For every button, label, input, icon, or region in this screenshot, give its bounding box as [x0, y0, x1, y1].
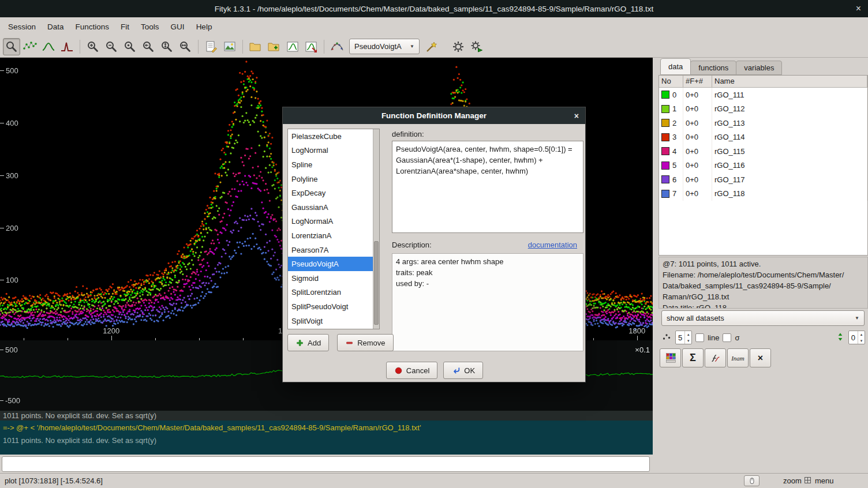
- function-list-item[interactable]: LogNormalA: [288, 215, 373, 229]
- function-list-item[interactable]: PielaszekCube: [288, 129, 373, 144]
- zoom-mode-button[interactable]: [3, 38, 20, 55]
- spinner-arrows[interactable]: ▴▾: [858, 331, 865, 344]
- scrollbar-thumb[interactable]: [374, 241, 379, 325]
- definition-textarea[interactable]: PseudoVoigtA(area, center, hwhm, shape=0…: [392, 141, 583, 233]
- delete-dataset-button[interactable]: ×: [750, 348, 771, 367]
- auto-add-button[interactable]: [423, 38, 440, 55]
- edit-data-button[interactable]: [328, 38, 346, 55]
- mag-plus-icon: [86, 40, 100, 54]
- cancel-button[interactable]: Cancel: [386, 362, 437, 379]
- remove-button-label: Remove: [357, 339, 385, 347]
- dataset-row[interactable]: 70+0rGO_118: [659, 187, 867, 201]
- function-list-item[interactable]: PseudoVoigtA: [288, 257, 373, 271]
- menu-data[interactable]: Data: [42, 17, 70, 36]
- tab-variables[interactable]: variables: [736, 61, 782, 75]
- tab-data[interactable]: data: [660, 58, 691, 75]
- function-type-dropdown[interactable]: PseudoVoigtA▼: [349, 39, 420, 54]
- dataset-color-swatch[interactable]: [661, 119, 669, 127]
- open-data-custom-button[interactable]: [265, 38, 283, 55]
- zoom-previous-button[interactable]: [140, 38, 157, 55]
- vertical-splitter[interactable]: [653, 58, 659, 473]
- dataset-color-swatch[interactable]: [661, 162, 669, 170]
- zoom-in-button[interactable]: [84, 38, 102, 55]
- window-close-button[interactable]: ×: [856, 0, 861, 17]
- tab-functions[interactable]: functions: [690, 61, 736, 75]
- dataset-count-cell: 0+0: [683, 144, 712, 159]
- zoom-all-button[interactable]: [121, 38, 139, 55]
- menu-fit[interactable]: Fit: [115, 17, 135, 36]
- dataset-color-swatch[interactable]: [661, 190, 669, 198]
- save-image-button[interactable]: [221, 38, 238, 55]
- zoom-vertical-button[interactable]: [158, 38, 175, 55]
- function-list-item[interactable]: GaussianA: [288, 200, 373, 215]
- dataset-row[interactable]: 10+0rGO_112: [659, 102, 867, 117]
- window-title: Fityk 1.3.1 - /home/aleplo/test/Document…: [215, 5, 653, 13]
- export-data-button[interactable]: [302, 38, 320, 55]
- function-list-item[interactable]: SplitPseudoVoigt: [288, 299, 373, 314]
- zoom-horizontal-button[interactable]: [177, 38, 194, 55]
- toolbar-separator: [198, 40, 199, 54]
- dataset-name-cell: rGO_117: [712, 172, 867, 187]
- function-list-item[interactable]: LogNormal: [288, 144, 373, 158]
- dataset-row[interactable]: 30+0rGO_114: [659, 130, 867, 145]
- dataset-name-cell: rGO_115: [712, 144, 867, 159]
- command-input[interactable]: [2, 456, 650, 472]
- menu-tools[interactable]: Tools: [135, 17, 165, 36]
- add-peak-mode-button[interactable]: [58, 38, 76, 55]
- menu-functions[interactable]: Functions: [70, 17, 115, 36]
- name-template-button[interactable]: Inam: [727, 348, 749, 367]
- function-list-scrollbar[interactable]: [373, 129, 379, 329]
- std-dev-button[interactable]: Σ: [682, 348, 704, 367]
- status-zoom-label[interactable]: zoom: [783, 476, 802, 485]
- fit-run-button[interactable]: [450, 38, 467, 55]
- menu-gui[interactable]: GUI: [165, 17, 190, 36]
- sidebar-tabs: datafunctionsvariables: [660, 59, 781, 75]
- function-list-item[interactable]: ExpDecay: [288, 186, 373, 200]
- view-columns-button[interactable]: [660, 348, 681, 367]
- shift-updown-icon[interactable]: [836, 332, 845, 343]
- show-datasets-dropdown[interactable]: show all datasets ▼: [661, 310, 865, 326]
- point-size-spinner[interactable]: 5 ▴▾: [675, 331, 692, 344]
- function-list-item[interactable]: SplitLorentzian: [288, 286, 373, 300]
- dataset-row[interactable]: 00+0rGO_111: [659, 88, 867, 102]
- dataset-row[interactable]: 20+0rGO_113: [659, 116, 867, 130]
- background-mode-button[interactable]: [40, 38, 57, 55]
- dialog-close-button[interactable]: ×: [574, 107, 579, 124]
- menu-help[interactable]: Help: [190, 17, 218, 36]
- remove-button[interactable]: Remove: [337, 334, 393, 351]
- zoom-out-button[interactable]: [103, 38, 120, 55]
- sigma-checkbox[interactable]: [723, 333, 731, 342]
- ok-button[interactable]: OK: [443, 362, 483, 379]
- dataset-row[interactable]: 40+0rGO_115: [659, 144, 867, 159]
- open-data-button[interactable]: [247, 38, 264, 55]
- data-range-mode-button[interactable]: [21, 38, 39, 55]
- shift-spinner[interactable]: 0 ▴▾: [848, 331, 865, 344]
- menu-session[interactable]: Session: [2, 17, 42, 36]
- function-list-item[interactable]: SplitVoigt: [288, 314, 373, 328]
- export-plot-button[interactable]: [284, 38, 301, 55]
- documentation-link[interactable]: documentation: [528, 241, 577, 249]
- dataset-color-swatch[interactable]: [661, 175, 669, 183]
- spinner-arrows[interactable]: ▴▾: [684, 331, 691, 344]
- add-button[interactable]: Add: [287, 334, 329, 351]
- function-list-item[interactable]: Polyline: [288, 172, 373, 186]
- fit-continue-button[interactable]: [468, 38, 485, 55]
- function-list-item[interactable]: LorentzianA: [288, 228, 373, 243]
- function-list-item[interactable]: Spline: [288, 157, 373, 172]
- dataset-color-swatch[interactable]: [661, 105, 669, 113]
- functions-sum-button[interactable]: [705, 348, 726, 367]
- grid-icon[interactable]: [803, 476, 812, 486]
- function-list-item[interactable]: Sigmoid: [288, 271, 373, 286]
- dataset-row[interactable]: 60+0rGO_117: [659, 172, 867, 187]
- line-checkbox[interactable]: [695, 333, 704, 342]
- dataset-color-swatch[interactable]: [661, 147, 669, 155]
- session-log-button[interactable]: [203, 38, 220, 55]
- dataset-count-cell: 0+0: [683, 172, 712, 187]
- function-list-item[interactable]: Pearson7A: [288, 243, 373, 257]
- dataset-color-swatch[interactable]: [661, 133, 669, 141]
- dataset-row[interactable]: 50+0rGO_116: [659, 159, 867, 173]
- dataset-color-swatch[interactable]: [661, 91, 669, 99]
- status-menu-label[interactable]: menu: [815, 476, 834, 485]
- dialog-titlebar: Function Definition Manager ×: [283, 107, 585, 124]
- mouse-hint-button[interactable]: [744, 475, 760, 486]
